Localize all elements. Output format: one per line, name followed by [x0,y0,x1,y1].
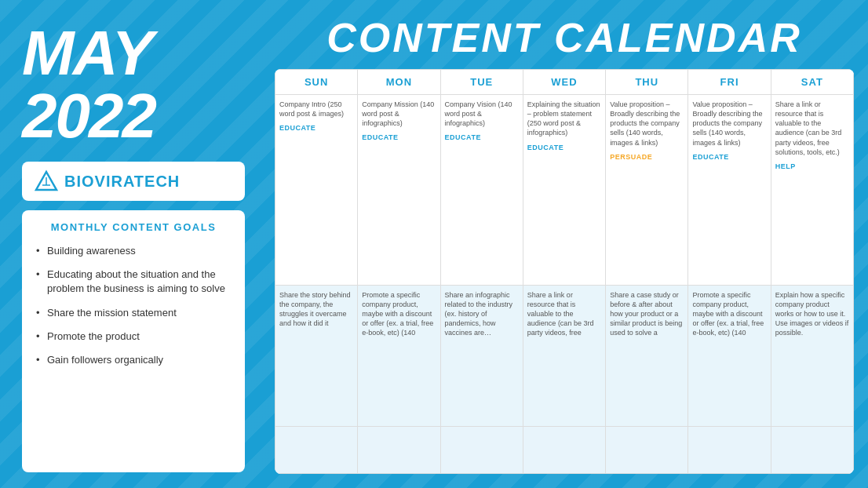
calendar-cell-empty [606,427,688,474]
calendar-cell: Share a case study or before & after abo… [606,285,688,426]
calendar-cell: Share the story behind the company, the … [275,285,358,426]
calendar-cell: Value proposition – Broadly describing t… [606,95,688,286]
cell-text: Value proposition – Broadly describing t… [692,100,766,147]
logo-icon [35,169,58,193]
cell-text: Company Intro (250 word post & images) [279,100,353,118]
cell-tag: EDUCATE [445,133,481,142]
calendar-week2: Share the story behind the company, the … [275,285,854,426]
right-panel: CONTENT CALENDAR SUNMONTUEWEDTHUFRISAT C… [267,0,868,488]
calendar-day-header: SUN [275,70,358,95]
goals-box: MONTHLY CONTENT GOALS Building awareness… [22,210,245,472]
logo-box: BIOVIRATECH [22,162,245,201]
calendar-title: CONTENT CALENDAR [275,14,854,61]
calendar-cell-empty [688,427,771,474]
goal-item: Promote the product [36,330,231,344]
cell-tag: EDUCATE [362,133,398,142]
logo-text: BIOVIRATECH [64,173,180,191]
calendar-cell: Company Mission (140 word post & infogra… [358,95,440,286]
calendar-day-header: THU [606,70,688,95]
goal-item: Building awareness [36,244,231,258]
goals-title: MONTHLY CONTENT GOALS [36,221,231,233]
cell-text: Promote a specific company product, mayb… [692,290,766,338]
calendar-week1: Company Intro (250 word post & images)ED… [275,95,854,286]
cell-tag: EDUCATE [527,143,563,152]
main-layout: MAY 2022 BIOVIRATECH MONTHLY CONTENT GOA… [0,0,868,488]
month-title: MAY [22,22,245,85]
calendar-cell: Promote a specific company product, mayb… [358,285,440,426]
calendar-cell: Company Vision (140 word post & infograp… [440,95,523,286]
cell-text: Share a link or resource that is valuabl… [775,100,849,157]
cell-text: Share a link or resource that is valuabl… [527,290,601,338]
cell-tag: PERSUADE [610,152,652,162]
calendar-cell: Share a link or resource that is valuabl… [523,285,605,426]
cell-text: Explain how a specific company product w… [775,290,849,338]
calendar-day-header: TUE [440,70,523,95]
cell-tag: EDUCATE [279,123,315,133]
calendar-container: SUNMONTUEWEDTHUFRISAT Company Intro (250… [275,69,854,474]
cell-tag: HELP [775,162,796,171]
goal-item: Share the mission statement [36,306,231,320]
calendar-body: Company Intro (250 word post & images)ED… [275,95,854,474]
calendar-cell: Explain how a specific company product w… [771,285,853,426]
calendar-cell-empty [523,427,605,474]
year-title: 2022 [22,85,245,147]
calendar-cell-empty [358,427,440,474]
calendar-week3 [275,427,854,474]
cell-text: Company Vision (140 word post & infograp… [445,100,519,128]
calendar-day-header: FRI [688,70,771,95]
goal-item: Educating about the situation and the pr… [36,268,231,296]
left-panel: MAY 2022 BIOVIRATECH MONTHLY CONTENT GOA… [0,0,267,488]
cell-tag: EDUCATE [692,152,728,162]
cell-text: Share the story behind the company, the … [279,290,353,329]
cell-text: Explaining the situation – problem state… [527,100,601,138]
calendar-cell: Promote a specific company product, mayb… [688,285,771,426]
calendar-cell-empty [275,427,358,474]
cell-text: Promote a specific company product, mayb… [362,290,436,338]
calendar-cell: Value proposition – Broadly describing t… [688,95,771,286]
cell-text: Share a case study or before & after abo… [610,290,684,338]
cell-text: Company Mission (140 word post & infogra… [362,100,436,128]
calendar-cell: Explaining the situation – problem state… [523,95,605,286]
calendar-table: SUNMONTUEWEDTHUFRISAT Company Intro (250… [275,69,854,474]
calendar-cell: Share a link or resource that is valuabl… [771,95,853,286]
goal-item: Gain followers organically [36,353,231,367]
calendar-cell-empty [440,427,523,474]
calendar-day-header: WED [523,70,605,95]
calendar-cell-empty [771,427,853,474]
calendar-day-header: SAT [771,70,853,95]
cell-text: Value proposition – Broadly describing t… [610,100,684,147]
calendar-cell: Share an infographic related to the indu… [440,285,523,426]
cell-text: Share an infographic related to the indu… [445,290,519,338]
calendar-cell: Company Intro (250 word post & images)ED… [275,95,358,286]
goals-list: Building awarenessEducating about the si… [36,244,231,367]
calendar-day-header: MON [358,70,440,95]
calendar-header-row: SUNMONTUEWEDTHUFRISAT [275,70,854,95]
